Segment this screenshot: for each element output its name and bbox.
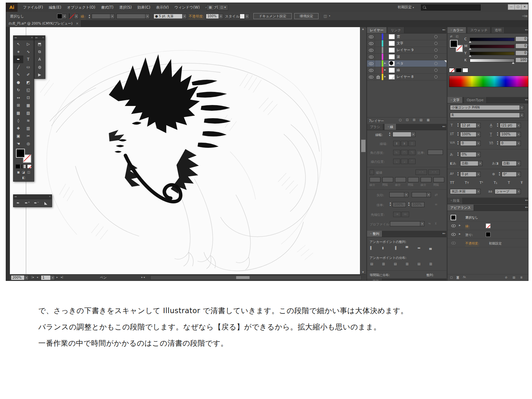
document-tab[interactable]: 白虎_円.ai* @ 200% (CMYK/プレビュー) × [6, 20, 81, 27]
align-button-icon[interactable]: ▮ [382, 246, 394, 250]
menu-item[interactable]: 表示(V) [153, 3, 172, 12]
arrange-documents-icon[interactable]: ◫ ▾ [218, 4, 228, 11]
distribute-button-icon[interactable]: ▤ [394, 262, 406, 266]
add-anchor-point-tool[interactable]: ✒⁺ [23, 199, 32, 207]
collapse-icon[interactable]: ◂◂ [14, 36, 17, 39]
baseline-shift-field[interactable]: 0 pt [460, 172, 477, 177]
tsume-field[interactable]: 0% [460, 152, 477, 157]
char-rotation-field[interactable]: 0° [502, 172, 518, 177]
preferences-button[interactable]: 環境設定 [294, 13, 318, 19]
tab-layers[interactable]: レイヤー [367, 27, 387, 33]
font-style-dropdown-icon[interactable]: ▾ [520, 113, 524, 118]
miter-join-icon[interactable]: ∟ [393, 150, 400, 155]
distribute-button-icon[interactable]: ▥ [429, 262, 441, 266]
maximize-button[interactable]: ▢ [514, 4, 521, 10]
collapse-icon[interactable]: ◂◂ [14, 195, 17, 198]
stroke-dropdown-icon[interactable]: ▾ [74, 14, 79, 19]
visibility-cell[interactable] [367, 67, 375, 73]
duplicate-item-icon[interactable]: ▤ [513, 276, 515, 279]
new-effect-icon[interactable]: fx. [463, 275, 466, 279]
expand-arrow-icon[interactable]: ▶ [384, 75, 386, 78]
aki-left-field[interactable]: 自動 [460, 161, 479, 166]
kerning-dropdown-icon[interactable]: ▾ [476, 141, 481, 146]
layer-name[interactable]: 波 [397, 55, 400, 59]
dash-preserve-icon[interactable]: ⌐ ¬ [416, 169, 427, 175]
font-size-stepper[interactable]: ▲▼ [456, 122, 460, 127]
variable-width-dropdown-icon[interactable]: ▾ [145, 14, 150, 19]
case-style-button[interactable]: Tт [465, 181, 469, 185]
weight-dropdown-icon[interactable]: ▾ [411, 132, 416, 137]
options-chevron-icon[interactable]: ▾ [329, 15, 330, 17]
tab-links[interactable]: リンク [388, 27, 404, 33]
tsume-dropdown-icon[interactable]: ▾ [476, 152, 481, 157]
status-expand-icon[interactable]: ▸ ◂ [141, 276, 145, 279]
menu-item[interactable]: ウィンドウ(W) [172, 3, 203, 12]
white-swatch[interactable] [462, 68, 468, 72]
vscale-stepper[interactable]: ▲▼ [456, 131, 460, 136]
case-style-button[interactable]: Ŧ [521, 181, 523, 185]
new-stroke-icon[interactable]: ▢ [450, 276, 453, 279]
close-icon[interactable]: ✕ [49, 195, 51, 199]
slider-handle[interactable] [469, 41, 471, 43]
target-circle-icon[interactable] [434, 69, 438, 72]
clear-appearance-icon[interactable]: ⊘ [505, 276, 507, 279]
tracking-stepper[interactable]: ▲▼ [496, 140, 499, 145]
menu-item[interactable]: 書式(T) [98, 3, 116, 12]
butt-cap-icon[interactable]: ▮ [393, 141, 400, 146]
round-cap-icon[interactable]: ◗ [401, 141, 408, 146]
hscale-stepper[interactable]: ▲▼ [496, 131, 499, 136]
fill-swatch[interactable] [57, 14, 62, 19]
layer-name[interactable]: レイヤー 9 [397, 48, 414, 52]
aki-right-field[interactable]: 自動 [502, 161, 518, 166]
eye-icon[interactable] [451, 233, 456, 236]
menu-item[interactable]: 効果(C) [135, 3, 153, 12]
search-input[interactable] [421, 4, 481, 11]
close-icon[interactable]: ✕ [31, 36, 33, 40]
layer-name[interactable]: レイヤー 8 [397, 75, 414, 79]
channel-value-field[interactable]: 0 [515, 36, 528, 41]
bridge-icon[interactable]: ▦ [206, 4, 214, 11]
channel-slider[interactable] [470, 38, 514, 41]
case-style-button[interactable]: T [508, 181, 510, 185]
expand-arrow-icon[interactable]: ▶ [384, 69, 386, 71]
slider-handle[interactable] [469, 55, 471, 57]
align-button-icon[interactable]: ▐ [394, 246, 406, 250]
appearance-fill-label[interactable]: 塗り: [465, 233, 473, 237]
dash-align-icon[interactable]: ⌐ ¬ [428, 169, 440, 175]
lasso-tool[interactable]: ∿ [23, 48, 33, 56]
expand-arrow-icon[interactable]: ▶ [384, 62, 386, 64]
align-outside-icon[interactable]: ⌜ [408, 159, 416, 164]
layer-row[interactable]: ▶ 文字 [367, 40, 446, 47]
tip-extend-icon[interactable]: ⇥ [393, 212, 401, 217]
lock-cell[interactable] [375, 34, 381, 40]
channel-slider[interactable] [470, 45, 514, 48]
delete-layer-icon[interactable]: ▦ [427, 118, 430, 122]
flip-across-icon[interactable]: ⊻ [435, 222, 437, 225]
draw-behind-icon[interactable]: ◪ [22, 170, 25, 174]
kerning-stepper[interactable]: ▲▼ [456, 140, 460, 145]
aki-right-dropdown-icon[interactable]: ▾ [516, 161, 521, 166]
slice-tool[interactable]: ✂ [23, 132, 33, 140]
next-artboard-icon[interactable]: ▸ [56, 276, 58, 279]
pen-tool[interactable]: ✒ [13, 56, 23, 63]
appearance-stroke-label[interactable]: 線: [465, 224, 469, 229]
lock-cell[interactable] [375, 54, 381, 60]
antialias-field[interactable]: シャープ [495, 189, 518, 194]
first-artboard-icon[interactable]: |◂ [32, 276, 34, 279]
tab-color[interactable]: カラー [447, 27, 466, 33]
weight-field[interactable] [393, 132, 412, 137]
align-button-icon[interactable]: ▀ [406, 246, 417, 250]
panel-menu-icon[interactable]: ▾≡ [525, 28, 528, 31]
make-mask-icon[interactable]: ⊡ [406, 118, 408, 122]
slider-handle[interactable] [512, 62, 514, 64]
tsume-stepper[interactable]: ▲▼ [456, 151, 460, 156]
target-circle-icon[interactable] [434, 75, 438, 79]
menu-item[interactable]: 選択(S) [116, 3, 135, 12]
hscale-dropdown-icon[interactable]: ▾ [516, 132, 521, 137]
black-swatch[interactable] [456, 68, 461, 72]
panel-menu-icon[interactable]: ▾≡ [442, 125, 445, 128]
tab-brushes[interactable]: ブラシ [367, 124, 383, 130]
stroke-weight-stepper[interactable]: ▲▼ [88, 14, 91, 19]
appearance-opacity-label[interactable]: 不透明度: [465, 241, 479, 246]
visibility-cell[interactable] [367, 60, 375, 67]
